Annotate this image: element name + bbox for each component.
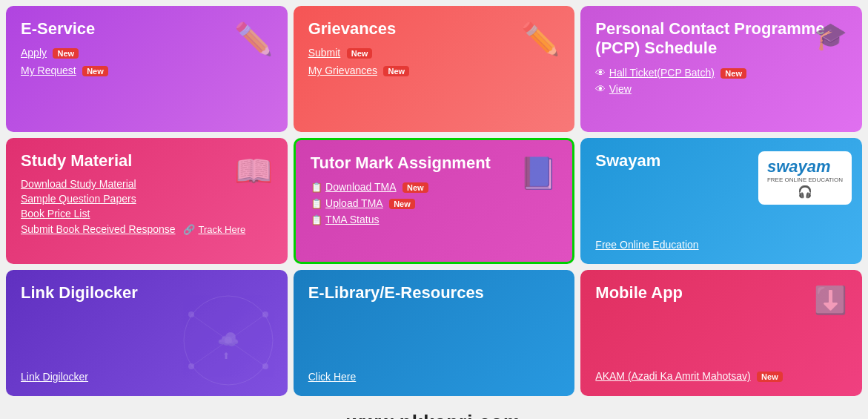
pcp-eye-icon2 — [595, 82, 606, 95]
svg-text:☁️: ☁️ — [217, 329, 239, 350]
svg-point-8 — [262, 363, 268, 369]
mobileapp-badge: New — [757, 372, 783, 382]
tma-upload-badge: New — [389, 199, 415, 209]
tma-dl-icon: 📋 — [311, 182, 322, 193]
book-icon: 📖 — [234, 153, 273, 189]
digilocker-link-row: Link Digilocker — [21, 368, 88, 383]
tma-st-icon: 📋 — [311, 214, 322, 225]
card-tma: Tutor Mark Assignment 📘 📋 Download TMA N… — [294, 138, 575, 264]
grievances-mygrievances-link[interactable]: My Grievances — [308, 65, 377, 76]
swayam-logo: swayam FREE ONLINE EDUCATION 🎧 — [758, 151, 852, 205]
tma-ul-icon: 📋 — [311, 198, 322, 209]
swayam-free-row: Free Online Education — [595, 236, 698, 251]
eservice-apply-badge: New — [53, 48, 79, 59]
mobileapp-akam-row: AKAM (Azadi Ka Amrit Mahotsav) New — [595, 369, 782, 383]
pcp-view-link[interactable]: View — [609, 83, 632, 95]
eservice-myrequest-link[interactable]: My Request — [21, 65, 76, 76]
swayam-logo-text: swayam — [767, 157, 843, 176]
card-digilocker: Link Digilocker ☁️ ⬆ Link Digilocker — [6, 270, 288, 396]
edit-icon: ✏️ — [234, 21, 273, 57]
digilocker-link[interactable]: Link Digilocker — [21, 371, 88, 383]
svg-point-7 — [188, 363, 194, 369]
svg-point-5 — [188, 311, 194, 317]
pcp-title: Personal Contact Programme (PCP) Schedul… — [595, 19, 847, 59]
elibrary-click-row: Click Here — [308, 368, 357, 383]
pcp-hallticket-badge: New — [720, 68, 746, 79]
pcp-hallticket-row: Hall Ticket(PCP Batch) New — [595, 66, 847, 79]
card-eservice: E-Service ✏️ Apply New My Request New — [6, 6, 288, 132]
card-grievances: Grievances ✏️ Submit New My Grievances N… — [294, 6, 575, 132]
card-pcp: Personal Contact Programme (PCP) Schedul… — [580, 6, 862, 132]
tma-upload-row: 📋 Upload TMA New — [311, 197, 558, 210]
swayam-headphone-icon: 🎧 — [767, 185, 843, 199]
card-study: Study Material 📖 Download Study Material… — [6, 138, 288, 264]
eservice-apply-link[interactable]: Apply — [21, 47, 47, 59]
study-submitbook-link[interactable]: Submit Book Received Response — [21, 223, 176, 235]
grievances-submit-link[interactable]: Submit — [308, 47, 341, 59]
main-grid: E-Service ✏️ Apply New My Request New Gr… — [0, 0, 868, 408]
grievances-mygrievances-badge: New — [383, 66, 409, 76]
mobileapp-title: Mobile App — [595, 283, 847, 303]
tma-status-link[interactable]: TMA Status — [325, 214, 379, 225]
study-track-link[interactable]: Track Here — [198, 224, 245, 235]
tma-status-row: 📋 TMA Status — [311, 213, 558, 226]
study-bookprice-link[interactable]: Book Price List — [21, 208, 273, 220]
track-icon: 🔗 — [183, 224, 195, 235]
study-sample-link[interactable]: Sample Question Papers — [21, 193, 273, 205]
elibrary-click-link[interactable]: Click Here — [308, 371, 357, 383]
grievances-submit-badge: New — [347, 48, 373, 59]
tma-upload-link[interactable]: Upload TMA — [325, 197, 383, 209]
svg-text:⬆: ⬆ — [222, 351, 230, 361]
card-mobileapp: Mobile App ⬇️ AKAM (Azadi Ka Amrit Mahot… — [580, 270, 862, 396]
digilocker-network-icon: ☁️ ⬆ — [176, 292, 280, 389]
pcp-hallticket-link[interactable]: Hall Ticket(PCP Batch) — [609, 67, 715, 79]
grievances-mygrievances-row: My Grievances New — [308, 64, 560, 77]
card-elibrary: E-Library/E-Resources Click Here — [294, 270, 575, 396]
mobileapp-akam-link[interactable]: AKAM (Azadi Ka Amrit Mahotsav) — [595, 370, 750, 382]
study-submit-row: Submit Book Received Response 🔗 Track He… — [21, 222, 273, 236]
elibrary-title: E-Library/E-Resources — [308, 283, 560, 303]
swayam-free-link[interactable]: Free Online Education — [595, 239, 698, 251]
pcp-icon: 🎓 — [814, 21, 847, 52]
swayam-logo-sub: FREE ONLINE EDUCATION — [767, 176, 843, 183]
eservice-myrequest-row: My Request New — [21, 64, 273, 77]
tma-download-badge: New — [402, 182, 428, 193]
pcp-view-row: View — [595, 82, 847, 96]
watermark: www.pkkapri.com — [0, 408, 868, 419]
tma-book-icon: 📘 — [519, 155, 557, 191]
pcp-eye-icon1 — [595, 66, 606, 79]
eservice-myrequest-badge: New — [82, 66, 108, 76]
tma-download-link[interactable]: Download TMA — [325, 181, 396, 193]
svg-point-6 — [262, 311, 268, 317]
download-icon: ⬇️ — [814, 285, 847, 316]
grievances-edit-icon: ✏️ — [521, 21, 560, 57]
card-swayam: Swayam swayam FREE ONLINE EDUCATION 🎧 Fr… — [580, 138, 862, 264]
